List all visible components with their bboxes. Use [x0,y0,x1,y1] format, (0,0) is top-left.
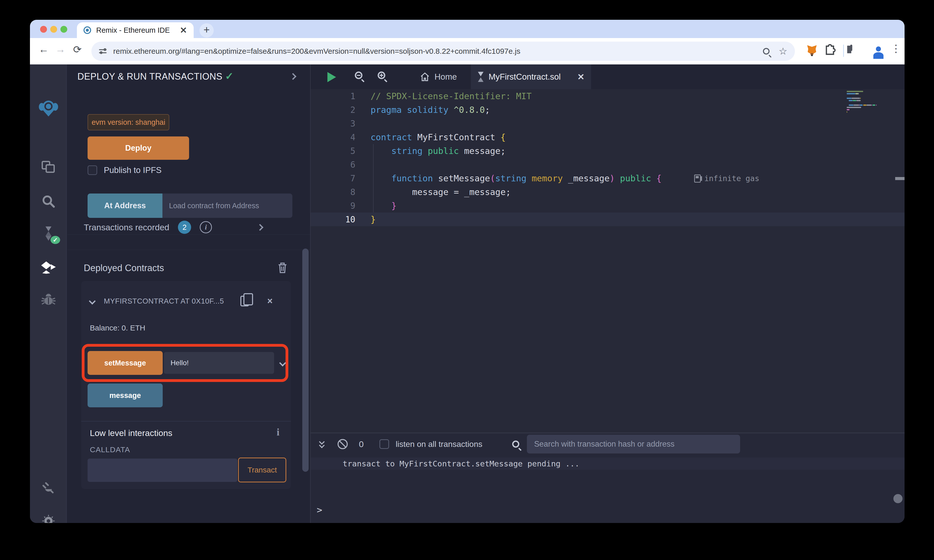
terminal-prompt[interactable]: > [317,505,322,515]
plugin-manager-icon[interactable] [30,481,67,495]
terminal-log-row[interactable]: transact to MyFirstContract.setMessage p… [311,457,905,470]
code-line-5[interactable]: 5 string public message; [311,144,905,158]
set-message-input[interactable] [164,352,274,374]
debugger-bug-icon[interactable] [30,293,67,306]
tab-close-icon[interactable]: ✕ [180,25,187,35]
publish-ipfs-row: Publish to IPFS [88,165,162,175]
terminal-search-input[interactable] [527,435,740,454]
zoom-page-icon[interactable] [763,48,769,55]
app-content: ✓ [30,65,905,523]
scroll-to-bottom-button[interactable] [893,494,903,503]
tab-myfirstcontract-label: MyFirstContract.sol [489,72,573,82]
terminal-log-text: transact to MyFirstContract.setMessage p… [343,459,580,468]
window-minimize-button[interactable] [50,26,57,33]
metamask-icon[interactable] [806,44,818,57]
remix-favicon-icon [83,26,91,34]
panel-scrollbar[interactable] [302,249,308,472]
tab-close-icon[interactable]: ✕ [577,72,585,82]
tab-home[interactable]: Home [420,65,457,89]
editor-minimap[interactable] [845,91,896,124]
deploy-run-icon[interactable] [30,260,67,275]
new-tab-button[interactable]: + [199,23,214,37]
zoom-in-icon[interactable] [378,72,385,79]
code-line-10[interactable]: 10} [311,212,905,226]
browser-menu-icon[interactable]: ⋮ [891,43,901,54]
line-number: 2 [311,105,355,115]
contract-collapse-chevron-icon[interactable] [89,298,96,305]
code-line-3[interactable]: 3 [311,117,905,130]
copy-address-icon[interactable] [240,296,249,306]
settings-gear-icon[interactable] [30,514,67,523]
code-line-4[interactable]: 4contract MyFirstContract { [311,130,905,144]
deployed-contract-card: MYFIRSTCONTRACT AT 0X10F...5 × Balance: … [81,281,291,489]
search-icon[interactable] [30,194,67,208]
terminal-search-icon [512,440,519,448]
extensions-puzzle-icon[interactable] [824,44,836,56]
code-line-7[interactable]: 7 function setMessage(string memory _mes… [311,171,905,185]
panel-title: DEPLOY & RUN TRANSACTIONS ✓ [77,70,234,82]
tab-myfirstcontract[interactable]: MyFirstContract.sol ✕ [471,65,591,89]
panel-collapse-chevron-icon[interactable] [290,73,296,80]
code-line-2[interactable]: 2pragma solidity ^0.8.0; [311,103,905,117]
window-maximize-button[interactable] [60,26,67,33]
transact-button[interactable]: Transact [238,457,286,482]
expand-params-chevron-icon[interactable] [279,360,286,366]
forward-icon[interactable]: → [55,44,65,55]
set-message-button[interactable]: setMessage [88,351,163,375]
file-explorer-icon[interactable] [30,160,67,174]
editor-scrollbar-marker[interactable] [895,177,905,180]
solidity-compiler-icon[interactable]: ✓ [30,226,67,242]
clear-console-icon[interactable] [338,439,348,449]
deployed-contracts-title: Deployed Contracts [84,263,164,274]
browser-tab[interactable]: Remix - Ethereum IDE ✕ [77,22,194,38]
at-address-button[interactable]: At Address [88,194,162,218]
at-address-input[interactable] [162,194,292,218]
calldata-label: CALLDATA [90,445,130,454]
terminal-count: 0 [359,439,364,449]
listen-all-checkbox[interactable] [379,439,389,449]
listen-all-label: listen on all transactions [396,440,482,449]
window-close-button[interactable] [40,26,47,33]
low-level-info-icon[interactable]: i [277,426,279,438]
transactions-recorded-label: Transactions recorded [84,222,169,232]
collapse-terminal-icon[interactable] [319,440,327,448]
message-getter-button[interactable]: message [88,383,163,407]
set-message-row: setMessage [88,351,288,375]
line-number: 7 [311,174,355,183]
evm-version-badge: evm version: shanghai [88,114,169,130]
panel-check-icon: ✓ [225,71,234,82]
calldata-input[interactable] [88,458,237,482]
site-info-icon[interactable] [99,48,106,55]
browser-tabstrip: Remix - Ethereum IDE ✕ + [30,20,905,38]
transactions-info-icon[interactable]: i [200,221,212,233]
delete-contracts-trash-icon[interactable] [277,261,288,274]
code-line-6[interactable]: 6 [311,158,905,171]
code-editor[interactable]: 1// SPDX-License-Identifier: MIT2pragma … [311,89,905,433]
code-line-1[interactable]: 1// SPDX-License-Identifier: MIT [311,89,905,103]
tab-home-label: Home [435,72,457,82]
remix-logo-icon [30,100,67,117]
home-icon [420,72,430,82]
back-icon[interactable]: ← [39,44,49,55]
card-divider [81,421,291,422]
compile-success-badge: ✓ [51,236,60,244]
code-line-9[interactable]: 9 } [311,199,905,212]
url-bar[interactable]: remix.ethereum.org/#lang=en&optimize=fal… [91,42,795,61]
reload-icon[interactable]: ⟳ [73,44,82,55]
contract-title-row[interactable]: MYFIRSTCONTRACT AT 0X10F...5 × [90,296,283,306]
side-panel-icon[interactable] [850,45,852,51]
code-lines: 1// SPDX-License-Identifier: MIT2pragma … [311,89,905,226]
publish-ipfs-label: Publish to IPFS [104,165,162,175]
remove-contract-icon[interactable]: × [267,296,273,306]
bookmark-star-icon[interactable]: ☆ [779,46,787,57]
zoom-out-icon[interactable] [355,72,362,79]
at-address-row: At Address [88,194,292,218]
publish-ipfs-checkbox[interactable] [88,165,97,175]
run-script-play-icon[interactable] [327,72,336,82]
code-line-8[interactable]: 8 message = _message; [311,185,905,199]
line-number: 5 [311,146,355,156]
transactions-expand-chevron-icon[interactable] [257,224,264,231]
deploy-button[interactable]: Deploy [88,137,189,160]
browser-window: Remix - Ethereum IDE ✕ + ← → ⟳ remix.eth… [30,20,905,523]
terminal-toolbar: 0 listen on all transactions [311,433,905,455]
